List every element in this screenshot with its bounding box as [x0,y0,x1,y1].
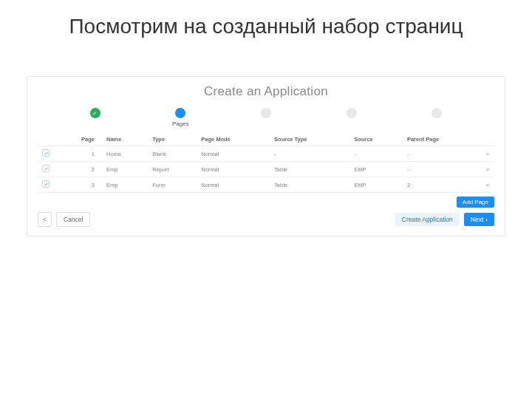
step-1[interactable]: ✓ [66,108,125,120]
cell-sourcetype: - [270,146,349,162]
step-2-pages[interactable]: Pages [151,108,210,127]
step-3[interactable] [236,108,296,120]
step-2-label: Pages [172,120,189,127]
check-icon: ✓ [90,108,100,118]
wizard-stepper: ✓ Pages [38,106,494,133]
panel-title: Create an Application [38,84,494,99]
slide-title: Посмотрим на созданный набор страниц [0,0,532,47]
cell-type: Blank [148,146,197,162]
cell-page: 2 [54,162,102,177]
cell-pagemode: Normal [197,177,270,193]
cell-parentpage: - [403,146,481,162]
cell-name: Emp [102,177,148,193]
col-type: Type [148,133,197,146]
edit-icon[interactable] [42,180,50,188]
cell-name: Emp [102,162,148,177]
cell-sourcetype: Table [270,162,349,177]
step-5[interactable] [407,108,466,120]
cell-pagemode: Normal [197,146,270,162]
cell-source: EMP [349,177,403,193]
delete-row-button[interactable]: × [481,177,494,193]
delete-row-button[interactable]: × [481,162,494,177]
cell-sourcetype: Table [270,177,349,193]
table-row: 2EmpReportNormalTableEMP-× [38,162,494,177]
delete-row-button[interactable]: × [481,146,494,162]
cell-page: 1 [54,146,102,162]
col-page: Page [54,133,102,146]
col-source: Source [349,133,403,146]
cell-source: EMP [349,162,403,177]
cell-type: Report [148,162,197,177]
table-row: 3EmpFormNormalTableEMP2× [38,177,494,193]
dot-icon [347,108,357,118]
add-page-button[interactable]: Add Page [457,197,494,208]
next-button[interactable]: Next › [464,213,494,226]
cell-page: 3 [54,177,102,193]
col-name: Name [102,133,148,146]
cell-pagemode: Normal [197,162,270,177]
cancel-button[interactable]: Cancel [56,212,90,227]
cell-parentpage: - [403,162,481,177]
table-header-row: Page Name Type Page Mode Source Type Sou… [38,133,494,146]
col-pagemode: Page Mode [197,133,270,146]
cell-name: Home [102,146,148,162]
cell-type: Form [148,177,197,193]
edit-icon[interactable] [42,165,50,172]
edit-icon[interactable] [42,149,50,157]
create-application-button[interactable]: Create Application [395,213,460,226]
wizard-footer: < Cancel Create Application Next › [38,212,494,227]
step-4[interactable] [322,108,381,120]
col-parentpage: Parent Page [403,133,481,146]
dot-icon [175,108,185,118]
pages-table: Page Name Type Page Mode Source Type Sou… [38,133,494,193]
next-label: Next [471,216,483,223]
col-sourcetype: Source Type [270,133,349,146]
cell-source: - [349,146,403,162]
prev-button[interactable]: < [38,212,52,227]
dot-icon [432,108,442,118]
add-page-row: Add Page [38,197,494,208]
chevron-right-icon: › [485,216,488,223]
create-app-panel: Create an Application ✓ Pages Page [27,76,505,236]
table-row: 1HomeBlankNormal---× [38,146,494,162]
cell-parentpage: 2 [403,177,481,193]
dot-icon [261,108,271,118]
